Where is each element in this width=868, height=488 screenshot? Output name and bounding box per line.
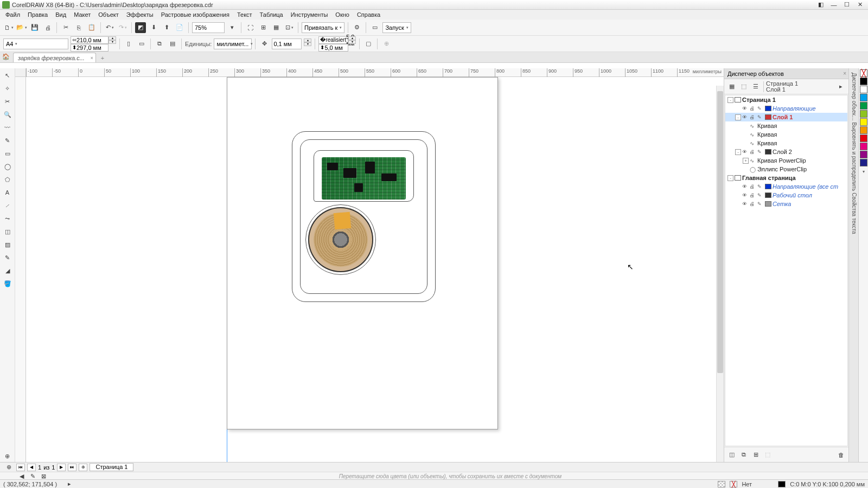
treat-as-filled-button[interactable]: ▢: [363, 38, 374, 49]
color-swatch[interactable]: [860, 102, 867, 110]
add-page-button[interactable]: ⊕: [3, 462, 14, 473]
tree-row[interactable]: ∿Кривая: [725, 139, 847, 147]
color-swatch[interactable]: [860, 126, 867, 134]
page-tab[interactable]: Страница 1: [90, 463, 133, 471]
no-color-swatch[interactable]: ╳: [860, 69, 867, 77]
duplicate-y-input[interactable]: ⬍ 5,0 мм: [318, 44, 348, 52]
color-swatch[interactable]: [860, 94, 867, 101]
new-layer-button[interactable]: ◫: [726, 450, 737, 460]
menu-object[interactable]: Объект: [95, 11, 122, 18]
tree-row[interactable]: ∿Кривая: [725, 121, 847, 130]
zoom-combo[interactable]: 75%: [192, 22, 225, 33]
tree-row[interactable]: -👁🖨✎Слой 2: [725, 147, 847, 156]
palette-scroll-down-icon[interactable]: ▾: [863, 169, 865, 174]
menu-bitmap[interactable]: Растровые изображения: [158, 11, 233, 18]
panel-title-bar[interactable]: Диспетчер объектов ×: [724, 68, 848, 79]
color-swatch[interactable]: [860, 151, 867, 158]
tree-row[interactable]: -Страница 1: [725, 95, 847, 104]
publish-pdf-button[interactable]: 📄: [174, 22, 185, 33]
add-page-after-button[interactable]: ⊕: [79, 464, 87, 471]
tree-row[interactable]: ∿Кривая: [725, 130, 847, 139]
landscape-button[interactable]: ▭: [136, 38, 147, 49]
add-preset-button[interactable]: ⊕: [381, 38, 392, 49]
tree-row[interactable]: -Главная страница: [725, 174, 847, 182]
redo-button[interactable]: ↷: [117, 22, 128, 33]
rectangle-tool[interactable]: ▭: [2, 147, 14, 159]
paste-button[interactable]: 📋: [86, 22, 97, 33]
panel-close-icon[interactable]: ×: [843, 70, 846, 76]
menu-table[interactable]: Таблица: [257, 11, 286, 18]
tree-row[interactable]: +∿Кривая PowerClip: [725, 156, 847, 165]
search-content-button[interactable]: ◩: [135, 22, 146, 33]
zoom-dropdown-icon[interactable]: ▾: [227, 22, 238, 33]
transparency-tool[interactable]: ▨: [2, 239, 14, 251]
smart-fill-tool[interactable]: 🪣: [2, 278, 14, 290]
export-button[interactable]: ⬆: [161, 22, 172, 33]
color-swatch[interactable]: [860, 110, 867, 118]
current-page-button[interactable]: ▤: [167, 38, 178, 49]
snap-combo[interactable]: Привязать к: [302, 22, 344, 33]
panel-menu-icon[interactable]: ▸: [835, 81, 846, 92]
menu-window[interactable]: Окно: [332, 11, 353, 18]
edit-across-layers-button[interactable]: ⬚: [738, 81, 749, 92]
ruler-origin[interactable]: [15, 68, 26, 77]
minimize-button[interactable]: —: [828, 1, 840, 9]
show-obj-props-button[interactable]: ▦: [726, 81, 737, 92]
drop-shadow-tool[interactable]: ◫: [2, 226, 14, 237]
menu-tools[interactable]: Инструменты: [288, 11, 331, 18]
object-tree[interactable]: -Страница 1👁🖨✎Направляющие-👁🖨✎Слой 1∿Кри…: [725, 95, 848, 446]
all-pages-button[interactable]: ⧉: [154, 38, 165, 49]
outline-swatch-icon[interactable]: [778, 481, 786, 487]
tree-row[interactable]: 👁🖨✎Направляющие (все ст: [725, 182, 847, 191]
menu-layout[interactable]: Макет: [71, 11, 94, 18]
fill-swatch-icon[interactable]: [718, 481, 725, 487]
next-page-button[interactable]: ▶: [57, 464, 66, 471]
canvas[interactable]: -100-50050100150200250300350400450500550…: [15, 68, 724, 462]
page-height-input[interactable]: ⬍ 297,0 мм: [71, 44, 108, 52]
pick-tool[interactable]: ↖: [2, 69, 14, 81]
first-page-button[interactable]: ⏮: [16, 464, 25, 471]
artistic-media-tool[interactable]: ✎: [2, 134, 14, 146]
maximize-button[interactable]: ☐: [841, 1, 853, 9]
paper-size-combo[interactable]: A4: [3, 38, 68, 49]
spinner-down[interactable]: ▾: [108, 40, 116, 44]
connector-tool[interactable]: ⤳: [2, 213, 14, 224]
color-swatch[interactable]: [860, 118, 867, 126]
crop-tool[interactable]: ✂: [2, 95, 14, 107]
quick-customize-button[interactable]: ⊕: [2, 450, 14, 462]
tab-close-icon[interactable]: ×: [91, 55, 93, 61]
menu-help[interactable]: Справка: [354, 11, 384, 18]
color-swatch[interactable]: [860, 159, 867, 166]
menu-text[interactable]: Текст: [234, 11, 256, 18]
cut-button[interactable]: ✂: [60, 22, 71, 33]
shape-tool[interactable]: ✧: [2, 82, 14, 94]
pcb-image[interactable]: [322, 157, 406, 200]
spinner-down[interactable]: ▾: [304, 42, 311, 46]
options-button[interactable]: ⚙: [352, 22, 362, 33]
app-launcher-icon[interactable]: ▭: [369, 22, 380, 33]
tree-row[interactable]: 👁🖨✎Направляющие: [725, 104, 847, 113]
color-swatch[interactable]: [860, 78, 867, 85]
spinner-up[interactable]: ▴: [304, 38, 311, 42]
color-swatch[interactable]: [860, 134, 867, 142]
layer-manager-view-button[interactable]: ☰: [750, 81, 761, 92]
menu-view[interactable]: Вид: [52, 11, 69, 18]
spinner-up[interactable]: ▴: [108, 36, 116, 40]
new-master-layer-button[interactable]: ⧉: [738, 450, 749, 460]
parallel-dim-tool[interactable]: ⟋: [2, 200, 14, 211]
fullscreen-button[interactable]: ⛶: [245, 22, 256, 33]
tree-row[interactable]: 👁🖨✎Сетка: [725, 200, 847, 208]
prev-page-button[interactable]: ◀: [27, 464, 36, 471]
tree-row[interactable]: 👁🖨✎Рабочий стол: [725, 191, 847, 200]
color-swatch[interactable]: [860, 86, 867, 93]
menu-edit[interactable]: Правка: [24, 11, 51, 18]
ellipse-tool[interactable]: ◯: [2, 160, 14, 172]
polygon-tool[interactable]: ⬠: [2, 174, 14, 185]
zoom-tool[interactable]: 🔍: [2, 108, 14, 120]
vertical-ruler[interactable]: [15, 77, 26, 462]
duplicate-x-input[interactable]: �realisiert 5,0 мм: [318, 36, 348, 44]
spinner-down[interactable]: ▾: [348, 40, 356, 44]
page-width-input[interactable]: ⬄ 210,0 мм: [71, 36, 108, 44]
new-tab-button[interactable]: +: [98, 54, 107, 62]
undo-button[interactable]: ↶: [104, 22, 115, 33]
